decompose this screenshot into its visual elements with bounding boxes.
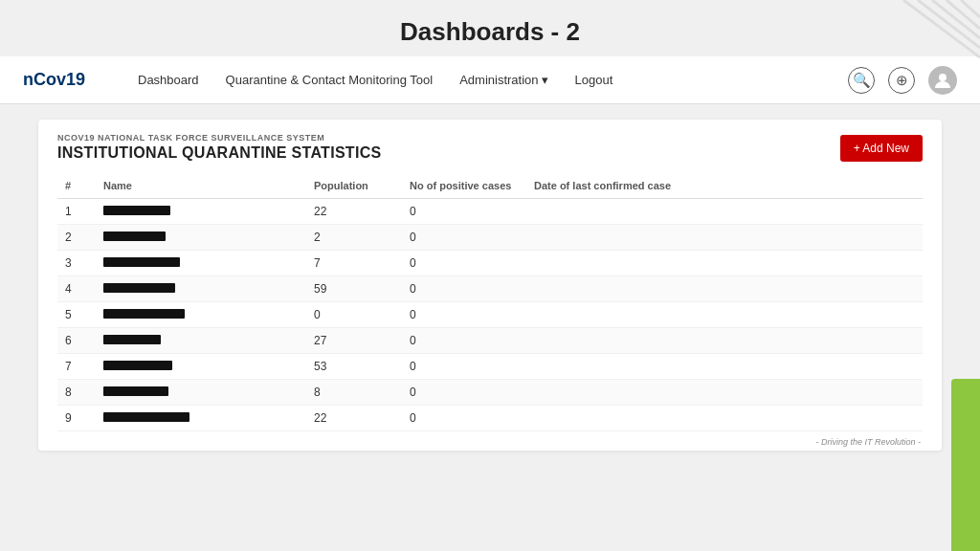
cell-date <box>526 302 923 328</box>
table-wrapper: # Name Population No of positive cases D… <box>57 173 923 431</box>
chevron-down-icon: ▾ <box>542 73 548 87</box>
cell-population: 2 <box>306 225 402 251</box>
card-header-left: NCOV19 NATIONAL TASK FORCE SURVEILLANCE … <box>57 133 382 162</box>
footer-tagline: - Driving the IT Revolution - <box>57 431 923 451</box>
cell-name <box>96 225 306 251</box>
main-content: NCOV19 NATIONAL TASK FORCE SURVEILLANCE … <box>0 104 980 466</box>
card-header: NCOV19 NATIONAL TASK FORCE SURVEILLANCE … <box>57 133 923 162</box>
cell-name <box>96 276 306 302</box>
cell-name <box>96 406 306 431</box>
cell-date <box>526 354 923 380</box>
redacted-name <box>103 283 175 293</box>
table-row: 2 2 0 <box>57 225 923 251</box>
cell-num: 2 <box>57 225 96 251</box>
cell-num: 3 <box>57 251 96 276</box>
cell-name <box>96 199 306 225</box>
brand-logo[interactable]: nCov19 <box>23 70 100 90</box>
cell-date <box>526 199 923 225</box>
col-header-date: Date of last confirmed case <box>526 173 923 199</box>
nav-quarantine[interactable]: Quarantine & Contact Monitoring Tool <box>226 73 434 87</box>
redacted-name <box>103 206 170 215</box>
cell-positive: 0 <box>402 225 526 251</box>
nav-logout[interactable]: Logout <box>575 73 613 87</box>
col-header-num: # <box>57 173 96 199</box>
green-accent-decoration <box>951 379 980 551</box>
cell-num: 1 <box>57 199 96 225</box>
cell-num: 7 <box>57 354 96 380</box>
cell-positive: 0 <box>402 406 526 431</box>
cell-positive: 0 <box>402 199 526 225</box>
cell-population: 8 <box>306 380 402 406</box>
card-title: INSTITUTIONAL QUARANTINE STATISTICS <box>57 144 382 162</box>
redacted-name <box>103 412 189 422</box>
cell-population: 27 <box>306 328 402 354</box>
card-subtitle: NCOV19 NATIONAL TASK FORCE SURVEILLANCE … <box>57 133 382 143</box>
cell-date <box>526 406 923 431</box>
col-header-name: Name <box>96 173 306 199</box>
cell-name <box>96 302 306 328</box>
cell-name <box>96 354 306 380</box>
col-header-population: Population <box>306 173 402 199</box>
nav-dashboard[interactable]: Dashboard <box>138 73 199 87</box>
table-row: 9 22 0 <box>57 406 923 431</box>
table-row: 1 22 0 <box>57 199 923 225</box>
cell-population: 7 <box>306 251 402 276</box>
table-row: 3 7 0 <box>57 251 923 276</box>
table-row: 4 59 0 <box>57 276 923 302</box>
cell-num: 6 <box>57 328 96 354</box>
stats-card: NCOV19 NATIONAL TASK FORCE SURVEILLANCE … <box>38 120 942 451</box>
redacted-name <box>103 231 166 241</box>
add-new-button[interactable]: + Add New <box>840 135 923 162</box>
cell-positive: 0 <box>402 276 526 302</box>
table-row: 7 53 0 <box>57 354 923 380</box>
cell-name <box>96 251 306 276</box>
page-title: Dashboards - 2 <box>0 17 980 47</box>
cell-date <box>526 380 923 406</box>
cell-date <box>526 225 923 251</box>
cell-population: 22 <box>306 406 402 431</box>
cell-population: 59 <box>306 276 402 302</box>
cell-num: 9 <box>57 406 96 431</box>
cell-num: 8 <box>57 380 96 406</box>
cell-num: 5 <box>57 302 96 328</box>
redacted-name <box>103 309 185 319</box>
cell-name <box>96 380 306 406</box>
table-row: 5 0 0 <box>57 302 923 328</box>
cell-positive: 0 <box>402 328 526 354</box>
table-row: 6 27 0 <box>57 328 923 354</box>
navbar: nCov19 Dashboard Quarantine & Contact Mo… <box>0 56 980 104</box>
redacted-name <box>103 386 168 396</box>
cell-date <box>526 251 923 276</box>
cell-positive: 0 <box>402 251 526 276</box>
nav-links: Dashboard Quarantine & Contact Monitorin… <box>138 73 848 87</box>
cell-positive: 0 <box>402 380 526 406</box>
cell-num: 4 <box>57 276 96 302</box>
cell-date <box>526 328 923 354</box>
cell-positive: 0 <box>402 302 526 328</box>
cell-population: 0 <box>306 302 402 328</box>
cell-date <box>526 276 923 302</box>
redacted-name <box>103 257 180 267</box>
table-row: 8 8 0 <box>57 380 923 406</box>
table-header: # Name Population No of positive cases D… <box>57 173 923 199</box>
quarantine-table: # Name Population No of positive cases D… <box>57 173 923 431</box>
nav-administration[interactable]: Administration ▾ <box>459 73 547 87</box>
redacted-name <box>103 335 161 344</box>
col-header-positive: No of positive cases <box>402 173 526 199</box>
cell-population: 22 <box>306 199 402 225</box>
cell-positive: 0 <box>402 354 526 380</box>
cell-population: 53 <box>306 354 402 380</box>
decorative-lines <box>865 0 980 77</box>
cell-name <box>96 328 306 354</box>
table-body: 1 22 0 2 2 0 3 7 0 4 <box>57 199 923 431</box>
redacted-name <box>103 361 172 370</box>
svg-line-2 <box>932 0 980 38</box>
page-title-area: Dashboards - 2 <box>0 0 980 56</box>
